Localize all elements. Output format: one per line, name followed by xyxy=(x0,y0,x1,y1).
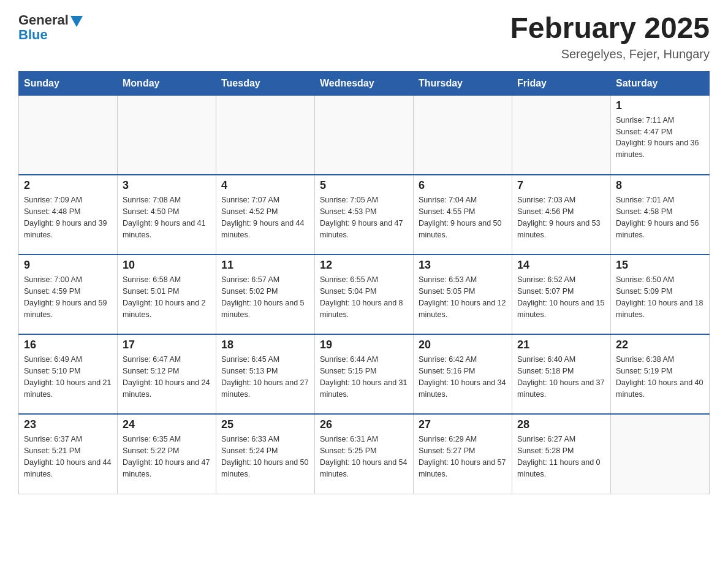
calendar-day-cell: 12Sunrise: 6:55 AMSunset: 5:04 PMDayligh… xyxy=(315,255,414,334)
logo-general-text: General xyxy=(18,12,69,28)
day-number: 3 xyxy=(123,179,211,192)
day-number: 11 xyxy=(221,259,309,272)
calendar-day-cell: 19Sunrise: 6:44 AMSunset: 5:15 PMDayligh… xyxy=(315,334,414,414)
calendar-day-cell: 20Sunrise: 6:42 AMSunset: 5:16 PMDayligh… xyxy=(414,334,512,414)
calendar-week-row: 9Sunrise: 7:00 AMSunset: 4:59 PMDaylight… xyxy=(19,255,710,334)
day-info: Sunrise: 6:31 AMSunset: 5:25 PMDaylight:… xyxy=(320,434,408,480)
calendar-day-cell xyxy=(414,95,512,175)
day-info: Sunrise: 6:29 AMSunset: 5:27 PMDaylight:… xyxy=(419,434,507,480)
day-info: Sunrise: 7:07 AMSunset: 4:52 PMDaylight:… xyxy=(221,194,309,240)
day-info: Sunrise: 7:00 AMSunset: 4:59 PMDaylight:… xyxy=(24,274,112,320)
day-number: 21 xyxy=(517,339,605,351)
logo: General Blue xyxy=(18,12,83,43)
calendar-day-cell: 27Sunrise: 6:29 AMSunset: 5:27 PMDayligh… xyxy=(414,414,512,494)
day-info: Sunrise: 6:45 AMSunset: 5:13 PMDaylight:… xyxy=(221,354,309,400)
day-header-saturday: Saturday xyxy=(611,71,710,95)
calendar-day-cell: 25Sunrise: 6:33 AMSunset: 5:24 PMDayligh… xyxy=(216,414,315,494)
calendar-day-cell: 13Sunrise: 6:53 AMSunset: 5:05 PMDayligh… xyxy=(414,255,512,334)
calendar-day-cell: 21Sunrise: 6:40 AMSunset: 5:18 PMDayligh… xyxy=(512,334,611,414)
calendar-day-cell xyxy=(19,95,118,175)
calendar-day-cell: 26Sunrise: 6:31 AMSunset: 5:25 PMDayligh… xyxy=(315,414,414,494)
calendar-day-cell xyxy=(611,414,710,494)
day-number: 14 xyxy=(517,259,605,272)
day-info: Sunrise: 7:03 AMSunset: 4:56 PMDaylight:… xyxy=(517,194,605,240)
day-info: Sunrise: 6:42 AMSunset: 5:16 PMDaylight:… xyxy=(419,354,507,400)
day-number: 20 xyxy=(419,339,507,351)
calendar-day-cell: 15Sunrise: 6:50 AMSunset: 5:09 PMDayligh… xyxy=(611,255,710,334)
calendar-week-row: 16Sunrise: 6:49 AMSunset: 5:10 PMDayligh… xyxy=(19,334,710,414)
day-info: Sunrise: 7:01 AMSunset: 4:58 PMDaylight:… xyxy=(616,194,704,240)
calendar-day-cell: 3Sunrise: 7:08 AMSunset: 4:50 PMDaylight… xyxy=(118,175,216,255)
calendar-day-cell: 11Sunrise: 6:57 AMSunset: 5:02 PMDayligh… xyxy=(216,255,315,334)
day-header-tuesday: Tuesday xyxy=(216,71,315,95)
day-number: 1 xyxy=(616,99,704,112)
day-info: Sunrise: 6:44 AMSunset: 5:15 PMDaylight:… xyxy=(320,354,408,400)
calendar-day-cell: 1Sunrise: 7:11 AMSunset: 4:47 PMDaylight… xyxy=(611,95,710,175)
calendar-week-row: 23Sunrise: 6:37 AMSunset: 5:21 PMDayligh… xyxy=(19,414,710,494)
day-number: 24 xyxy=(123,418,211,431)
calendar-day-cell: 6Sunrise: 7:04 AMSunset: 4:55 PMDaylight… xyxy=(414,175,512,255)
day-info: Sunrise: 6:57 AMSunset: 5:02 PMDaylight:… xyxy=(221,274,309,320)
calendar-day-cell xyxy=(216,95,315,175)
day-number: 4 xyxy=(221,179,309,192)
calendar-week-row: 2Sunrise: 7:09 AMSunset: 4:48 PMDaylight… xyxy=(19,175,710,255)
calendar-day-cell: 4Sunrise: 7:07 AMSunset: 4:52 PMDaylight… xyxy=(216,175,315,255)
day-number: 28 xyxy=(517,418,605,431)
day-info: Sunrise: 6:27 AMSunset: 5:28 PMDaylight:… xyxy=(517,434,605,480)
day-info: Sunrise: 6:49 AMSunset: 5:10 PMDaylight:… xyxy=(24,354,112,400)
calendar-day-cell xyxy=(118,95,216,175)
day-header-thursday: Thursday xyxy=(414,71,512,95)
day-number: 9 xyxy=(24,259,112,272)
day-info: Sunrise: 6:33 AMSunset: 5:24 PMDaylight:… xyxy=(221,434,309,480)
day-number: 26 xyxy=(320,418,408,431)
day-number: 15 xyxy=(616,259,704,272)
day-info: Sunrise: 6:50 AMSunset: 5:09 PMDaylight:… xyxy=(616,274,704,320)
day-info: Sunrise: 7:05 AMSunset: 4:53 PMDaylight:… xyxy=(320,194,408,240)
day-number: 22 xyxy=(616,339,704,351)
day-number: 23 xyxy=(24,418,112,431)
day-number: 27 xyxy=(419,418,507,431)
calendar-header-row: SundayMondayTuesdayWednesdayThursdayFrid… xyxy=(19,71,710,95)
day-info: Sunrise: 6:55 AMSunset: 5:04 PMDaylight:… xyxy=(320,274,408,320)
calendar-day-cell: 17Sunrise: 6:47 AMSunset: 5:12 PMDayligh… xyxy=(118,334,216,414)
calendar-day-cell: 24Sunrise: 6:35 AMSunset: 5:22 PMDayligh… xyxy=(118,414,216,494)
calendar-title: February 2025 xyxy=(510,12,710,45)
day-number: 10 xyxy=(123,259,211,272)
calendar-day-cell: 7Sunrise: 7:03 AMSunset: 4:56 PMDaylight… xyxy=(512,175,611,255)
day-number: 19 xyxy=(320,339,408,351)
day-number: 18 xyxy=(221,339,309,351)
title-section: February 2025 Seregelyes, Fejer, Hungary xyxy=(510,12,710,61)
day-number: 6 xyxy=(419,179,507,192)
calendar-day-cell: 2Sunrise: 7:09 AMSunset: 4:48 PMDaylight… xyxy=(19,175,118,255)
day-info: Sunrise: 7:11 AMSunset: 4:47 PMDaylight:… xyxy=(616,115,704,161)
day-header-friday: Friday xyxy=(512,71,611,95)
day-info: Sunrise: 6:35 AMSunset: 5:22 PMDaylight:… xyxy=(123,434,211,480)
day-number: 5 xyxy=(320,179,408,192)
calendar-day-cell: 5Sunrise: 7:05 AMSunset: 4:53 PMDaylight… xyxy=(315,175,414,255)
calendar-day-cell xyxy=(512,95,611,175)
calendar-day-cell: 28Sunrise: 6:27 AMSunset: 5:28 PMDayligh… xyxy=(512,414,611,494)
day-header-sunday: Sunday xyxy=(19,71,118,95)
page-header: General Blue February 2025 Seregelyes, F… xyxy=(18,12,710,61)
day-info: Sunrise: 6:38 AMSunset: 5:19 PMDaylight:… xyxy=(616,354,704,400)
logo-triangle-icon xyxy=(70,16,83,27)
day-info: Sunrise: 6:53 AMSunset: 5:05 PMDaylight:… xyxy=(419,274,507,320)
calendar-table: SundayMondayTuesdayWednesdayThursdayFrid… xyxy=(18,71,710,494)
day-info: Sunrise: 7:08 AMSunset: 4:50 PMDaylight:… xyxy=(123,194,211,240)
day-info: Sunrise: 7:04 AMSunset: 4:55 PMDaylight:… xyxy=(419,194,507,240)
day-info: Sunrise: 6:37 AMSunset: 5:21 PMDaylight:… xyxy=(24,434,112,480)
calendar-week-row: 1Sunrise: 7:11 AMSunset: 4:47 PMDaylight… xyxy=(19,95,710,175)
day-number: 25 xyxy=(221,418,309,431)
day-info: Sunrise: 6:47 AMSunset: 5:12 PMDaylight:… xyxy=(123,354,211,400)
day-number: 12 xyxy=(320,259,408,272)
day-info: Sunrise: 7:09 AMSunset: 4:48 PMDaylight:… xyxy=(24,194,112,240)
day-number: 16 xyxy=(24,339,112,351)
day-info: Sunrise: 6:52 AMSunset: 5:07 PMDaylight:… xyxy=(517,274,605,320)
calendar-day-cell: 10Sunrise: 6:58 AMSunset: 5:01 PMDayligh… xyxy=(118,255,216,334)
calendar-day-cell xyxy=(315,95,414,175)
calendar-subtitle: Seregelyes, Fejer, Hungary xyxy=(510,47,710,61)
logo-blue-text: Blue xyxy=(18,27,48,43)
day-header-monday: Monday xyxy=(118,71,216,95)
calendar-day-cell: 9Sunrise: 7:00 AMSunset: 4:59 PMDaylight… xyxy=(19,255,118,334)
day-number: 17 xyxy=(123,339,211,351)
